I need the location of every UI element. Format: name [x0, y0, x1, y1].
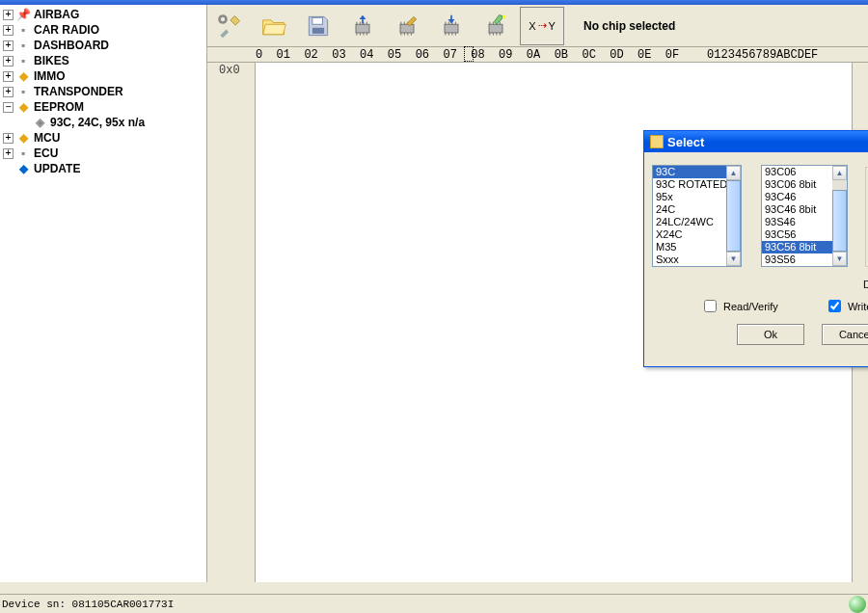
read-verify-label: Read/Verify: [723, 301, 778, 312]
scroll-thumb[interactable]: [832, 190, 847, 252]
expand-icon[interactable]: +: [3, 71, 14, 82]
tools-icon[interactable]: [207, 7, 252, 45]
chip-model-listbox[interactable]: 93C0693C06 8bit93C4693C46 8bit93S4693C56…: [761, 165, 848, 267]
list-item[interactable]: X24C: [653, 228, 726, 241]
write-verify-label: Write/Verify: [848, 301, 868, 312]
expand-icon[interactable]: [3, 164, 14, 174]
tree-node-label: BIKES: [34, 54, 69, 67]
tree-node-icon: ◆: [16, 69, 30, 83]
tree-node-icon: ◆: [16, 162, 30, 175]
list-item[interactable]: 24C: [653, 203, 726, 216]
delay-label: Delay: [863, 279, 868, 290]
tree-node-label: IMMO: [34, 69, 66, 83]
scroll-down-icon[interactable]: ▼: [832, 252, 847, 266]
tree-item[interactable]: +▪DASHBOARD: [0, 38, 206, 53]
folder-open-icon[interactable]: [252, 7, 296, 45]
expand-icon[interactable]: +: [3, 133, 14, 144]
scroll-up-icon[interactable]: ▲: [832, 166, 847, 180]
tree-node-label: CAR RADIO: [34, 23, 99, 37]
list-item[interactable]: 93C: [653, 166, 726, 178]
tree-item[interactable]: −◆EEPROM: [0, 99, 206, 115]
tree-node-icon: ◆: [16, 131, 30, 145]
tree-item[interactable]: ◈93C, 24C, 95x n/a: [0, 115, 206, 130]
tree-node-label: UPDATE: [34, 162, 80, 175]
listbox1-scrollbar[interactable]: ▲ ▼: [726, 166, 741, 266]
svg-rect-1: [312, 17, 323, 24]
expand-icon[interactable]: +: [3, 25, 14, 36]
toolbar: X ⇢ Y No chip selected: [207, 5, 868, 47]
expand-icon[interactable]: +: [3, 148, 14, 159]
hex-address-gutter: 0x0: [207, 63, 256, 582]
dialog-title-text: Select: [667, 135, 704, 149]
list-item[interactable]: Sxxx: [653, 253, 726, 266]
tree-item[interactable]: +▪BIKES: [0, 53, 206, 68]
status-text: Device sn: 081105CAR001773I: [2, 599, 174, 610]
tree-node-label: ECU: [34, 147, 58, 160]
tree-item[interactable]: +📌AIRBAG: [0, 7, 206, 22]
expand-icon[interactable]: +: [3, 40, 14, 51]
scroll-track[interactable]: [832, 180, 847, 190]
scroll-thumb[interactable]: [726, 180, 741, 252]
list-item[interactable]: 93C66: [762, 266, 832, 267]
list-item[interactable]: 93C46: [762, 191, 832, 203]
scroll-down-icon[interactable]: ▼: [726, 252, 741, 266]
tree-node-icon: 📌: [16, 8, 30, 21]
list-item[interactable]: M35: [653, 241, 726, 253]
status-bar: Device sn: 081105CAR001773I: [0, 594, 868, 613]
read-verify-checkbox[interactable]: [704, 300, 717, 312]
chip-status-label: No chip selected: [583, 19, 675, 33]
cancel-button[interactable]: Cancel: [822, 324, 868, 345]
arrow-icon: ⇢: [538, 19, 547, 32]
list-item[interactable]: 24LC/24WC: [653, 216, 726, 228]
tree-item[interactable]: +▪ECU: [0, 146, 206, 161]
list-item[interactable]: RAxx: [653, 266, 726, 267]
tree-item[interactable]: ◆UPDATE: [0, 161, 206, 176]
list-item[interactable]: 93C56: [762, 228, 832, 241]
list-item[interactable]: 93S56: [762, 253, 832, 266]
chip-family-listbox[interactable]: 93C93C ROTATED95x24C24LC/24WCX24CM35Sxxx…: [652, 165, 742, 267]
svg-point-7: [502, 14, 506, 18]
chip-down-icon[interactable]: [429, 7, 474, 45]
hex-editor-area[interactable]: 0x0 Select ✕ 93C93C ROTATED95x24C24LC/24…: [207, 63, 868, 582]
tree-node-icon: ◈: [33, 116, 46, 129]
tree-node-icon: ▪: [16, 147, 30, 160]
expand-icon[interactable]: +: [3, 10, 14, 20]
write-verify-checkbox[interactable]: [828, 300, 841, 312]
chip-read-icon[interactable]: [340, 7, 385, 45]
tree-node-label: TRANSPONDER: [34, 85, 123, 98]
tree-item[interactable]: +▪CAR RADIO: [0, 22, 206, 38]
tree-node-icon: ▪: [16, 54, 30, 67]
list-item[interactable]: 93C06: [762, 166, 832, 178]
list-item[interactable]: 93C56 8bit: [762, 241, 832, 253]
expand-icon[interactable]: +: [3, 87, 14, 97]
expand-icon[interactable]: +: [3, 56, 14, 67]
read-verify-option[interactable]: Read/Verify: [700, 297, 778, 315]
xy-x: X: [529, 20, 535, 32]
list-item[interactable]: 93C06 8bit: [762, 178, 832, 191]
xy-swap-button[interactable]: X ⇢ Y: [520, 7, 564, 45]
tree-node-label: 93C, 24C, 95x n/a: [50, 116, 145, 129]
listbox2-scrollbar[interactable]: ▲ ▼: [832, 166, 847, 266]
svg-rect-6: [489, 24, 502, 33]
device-tree[interactable]: +📌AIRBAG+▪CAR RADIO+▪DASHBOARD+▪BIKES+◆I…: [0, 5, 207, 582]
list-item[interactable]: 93C46 8bit: [762, 203, 832, 216]
chip-erase-icon[interactable]: [474, 7, 518, 45]
tree-item[interactable]: +◆IMMO: [0, 68, 206, 84]
select-dialog: Select ✕ 93C93C ROTATED95x24C24LC/24WCX2…: [643, 130, 868, 367]
hex-cursor-indicator: [464, 46, 474, 62]
list-item[interactable]: 93C ROTATED: [653, 178, 726, 191]
tree-item[interactable]: +◆MCU: [0, 130, 206, 146]
tree-item[interactable]: +▪TRANSPONDER: [0, 84, 206, 99]
tree-node-label: EEPROM: [34, 100, 84, 114]
write-verify-option[interactable]: Write/Verify: [825, 297, 868, 315]
collapse-icon[interactable]: −: [3, 102, 14, 113]
hex-address-0: 0x0: [207, 64, 255, 79]
chip-write-icon[interactable]: [385, 7, 429, 45]
scroll-up-icon[interactable]: ▲: [726, 166, 741, 180]
ok-button[interactable]: Ok: [737, 324, 804, 345]
list-item[interactable]: 93S46: [762, 216, 832, 228]
dialog-titlebar[interactable]: Select ✕: [644, 131, 868, 152]
svg-rect-2: [312, 27, 324, 33]
list-item[interactable]: 95x: [653, 191, 726, 203]
save-icon[interactable]: [296, 7, 340, 45]
